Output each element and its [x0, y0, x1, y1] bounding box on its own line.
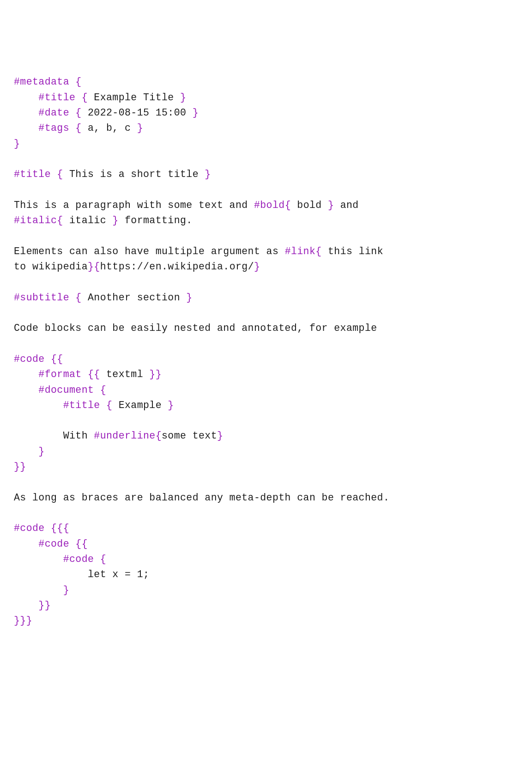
format-body: textml	[100, 369, 150, 380]
code-line: With #underline{some text}	[14, 428, 518, 444]
brace-open: {	[57, 215, 63, 226]
brace-open-double: {{	[75, 538, 88, 549]
underline-body: some text	[162, 430, 217, 441]
brace-close-double: }}	[14, 461, 26, 472]
brace-open: {	[156, 430, 162, 441]
brace-open: {	[75, 292, 81, 303]
brace-close: }	[112, 215, 118, 226]
code-line: }}	[14, 598, 518, 613]
blank-line	[14, 506, 518, 521]
document-title-body: Example	[112, 400, 168, 411]
keyword-link: #link	[285, 246, 316, 257]
brace-open: {	[285, 200, 291, 211]
brace-close: }	[168, 400, 174, 411]
brace-close-triple: }}}	[14, 615, 32, 626]
brace-close: }	[88, 261, 94, 272]
code-line: #format {{ textml }}	[14, 367, 518, 382]
code-line: #title { Example Title }	[14, 90, 518, 105]
brace-open: {	[82, 92, 88, 103]
blank-line	[14, 413, 518, 428]
brace-close: }	[180, 92, 186, 103]
brace-close: }	[186, 292, 192, 303]
brace-close: }	[205, 169, 211, 180]
code-block: #metadata { #title { Example Title } #da…	[14, 74, 518, 628]
keyword-code: #code	[63, 554, 94, 565]
code-line: #subtitle { Another section }	[14, 290, 518, 305]
subtitle-body: Another section	[82, 292, 187, 303]
paragraph-text: and	[334, 200, 358, 211]
brace-close: }	[137, 122, 143, 134]
brace-close: }	[193, 107, 199, 118]
brace-close: }	[38, 446, 44, 457]
document-line-prefix: With	[63, 430, 94, 441]
metadata-date-value: 2022-08-15 15:00	[82, 107, 193, 118]
brace-open: {	[75, 76, 81, 87]
brace-close-double: }}	[149, 369, 162, 380]
italic-body: italic	[63, 215, 113, 226]
code-line: #document {	[14, 383, 518, 398]
code-line: }}	[14, 459, 518, 475]
brace-close: }	[254, 261, 260, 272]
keyword-title: #title	[63, 400, 100, 411]
brace-open: {	[75, 107, 81, 118]
code-line: #code {{	[14, 352, 518, 367]
keyword-tags: #tags	[38, 122, 69, 134]
code-line: #metadata {	[14, 74, 518, 90]
paragraph-text: to wikipedia	[14, 261, 88, 272]
keyword-format: #format	[38, 369, 81, 380]
brace-close-double: }}	[38, 600, 51, 611]
paragraph-text: This is a paragraph with some text and	[14, 200, 254, 211]
brace-open: {	[100, 554, 106, 565]
paragraph-text: Elements can also have multiple argument…	[14, 246, 285, 257]
blank-line	[14, 152, 518, 167]
code-inner: let x = 1;	[88, 569, 149, 580]
blank-line	[14, 274, 518, 290]
title-body: This is a short title	[63, 169, 205, 180]
code-line: #italic{ italic } formatting.	[14, 213, 518, 228]
code-line: }	[14, 136, 518, 152]
code-line: }	[14, 444, 518, 459]
keyword-subtitle: #subtitle	[14, 292, 69, 303]
brace-close: }	[217, 430, 223, 441]
brace-open: {	[100, 384, 106, 396]
blank-line	[14, 475, 518, 490]
paragraph-text: Code blocks can be easily nested and ann…	[14, 323, 377, 334]
code-line: This is a paragraph with some text and #…	[14, 198, 518, 213]
code-line: #date { 2022-08-15 15:00 }	[14, 105, 518, 121]
code-line: #code {	[14, 552, 518, 567]
link-text: this link	[322, 246, 383, 257]
blank-line	[14, 336, 518, 352]
code-line: #title { Example }	[14, 398, 518, 413]
keyword-metadata: #metadata	[14, 76, 69, 87]
link-href: https://en.wikipedia.org/	[100, 261, 254, 272]
blank-line	[14, 182, 518, 197]
brace-open: {	[106, 400, 112, 411]
bold-body: bold	[291, 200, 328, 211]
code-line: #code {{	[14, 536, 518, 552]
paragraph-text: As long as braces are balanced any meta-…	[14, 492, 389, 503]
code-line: let x = 1;	[14, 567, 518, 582]
brace-open-triple: {{{	[51, 523, 69, 534]
brace-close: }	[63, 585, 69, 596]
brace-open: {	[94, 261, 100, 272]
code-line: to wikipedia}{https://en.wikipedia.org/}	[14, 259, 518, 274]
brace-open: {	[315, 246, 321, 257]
brace-open: {	[75, 122, 81, 134]
keyword-code: #code	[14, 523, 45, 534]
metadata-title-value: Example Title	[88, 92, 180, 103]
brace-close: }	[328, 200, 334, 211]
keyword-code: #code	[14, 354, 45, 365]
code-line: #code {{{	[14, 521, 518, 536]
keyword-underline: #underline	[94, 430, 155, 441]
keyword-italic: #italic	[14, 215, 57, 226]
brace-open: {	[57, 169, 63, 180]
paragraph-text: formatting.	[119, 215, 193, 226]
keyword-code: #code	[38, 538, 69, 549]
brace-close: }	[14, 138, 20, 149]
code-line: As long as braces are balanced any meta-…	[14, 490, 518, 506]
keyword-title: #title	[38, 92, 75, 103]
keyword-title: #title	[14, 169, 51, 180]
code-line: #title { This is a short title }	[14, 167, 518, 182]
keyword-bold: #bold	[254, 200, 285, 211]
keyword-document: #document	[38, 384, 94, 396]
